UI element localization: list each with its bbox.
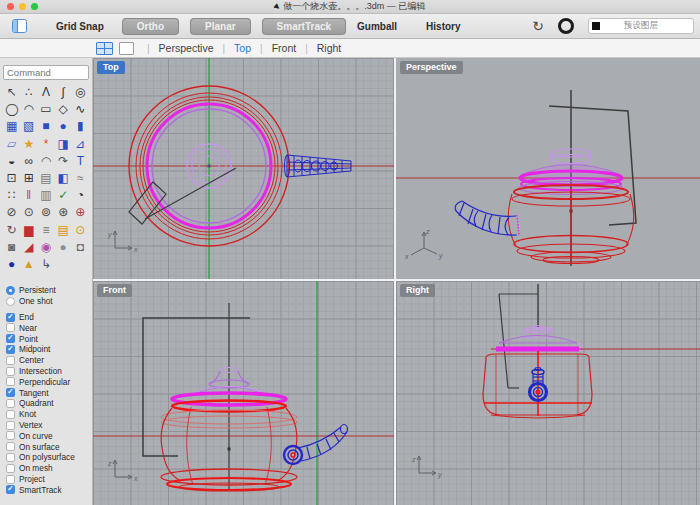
pipe-icon[interactable]: T [72,153,89,170]
copy-icon[interactable]: ▤ [37,170,54,187]
ortho-button[interactable]: Ortho [122,18,179,35]
sidebar-toggle-icon[interactable] [12,19,27,33]
record-ring-icon[interactable] [558,18,574,34]
zoom-dashed-icon[interactable]: ⊚ [37,204,54,221]
cage-icon[interactable]: ◔ [72,187,89,204]
orient-box-icon[interactable]: ◧ [55,170,72,187]
column-icon[interactable]: ‖ [20,187,37,204]
fillet-edge-icon[interactable]: ◨ [55,136,72,153]
quadrant-checkbox[interactable] [6,399,15,408]
viewport-perspective[interactable]: Perspective [396,58,700,279]
rectangle-icon[interactable]: ▭ [37,101,54,118]
extrude-icon[interactable]: ★ [20,136,37,153]
blend-curve-icon[interactable]: ↷ [55,153,72,170]
cylinder-icon[interactable]: ▮ [72,118,89,135]
tangent-checkbox[interactable]: ✓ [6,388,15,397]
near-checkbox[interactable] [6,323,15,332]
boolean-burst-icon[interactable]: * [37,136,54,153]
grid-snap-toggle[interactable]: Grid Snap [56,21,104,32]
single-viewport-icon[interactable] [119,42,134,55]
vertex-checkbox[interactable] [6,421,15,430]
layout-icon[interactable]: ▤ [55,222,72,239]
zoom-extents-icon[interactable]: ⊕ [72,204,89,221]
viewport-front[interactable]: Front [93,281,394,505]
grid-points-icon[interactable]: ∷ [3,187,20,204]
helix-icon[interactable]: ∿ [72,101,89,118]
end-checkbox[interactable]: ✓ [6,313,15,322]
knot-checkbox[interactable] [6,410,15,419]
persistent-radio[interactable] [6,286,15,295]
curve-icon[interactable]: ∫ [55,84,72,101]
lock-icon[interactable]: ◙ [3,239,20,256]
sync-icon[interactable]: ↻ [532,18,544,34]
viewport-right-canvas[interactable]: z y [396,281,700,505]
point-icon[interactable]: ∴ [20,84,37,101]
planar-button[interactable]: Planar [190,18,251,35]
render-box-icon[interactable]: ◘ [72,239,89,256]
viewport-front-canvas[interactable]: z x [93,281,394,505]
viewport-right-label[interactable]: Right [400,284,435,297]
project-checkbox[interactable] [6,475,15,484]
viewport-perspective-canvas[interactable]: z x y [396,58,700,279]
fillet-curve-icon[interactable]: ◠ [37,153,54,170]
pan-zoom-icon[interactable]: ⊘ [3,204,20,221]
viewport-front-label[interactable]: Front [97,284,132,297]
plan-view-icon[interactable]: ≡ [37,222,54,239]
render-sphere-icon[interactable]: ● [55,239,72,256]
chamfer-icon[interactable]: ⊿ [72,136,89,153]
four-viewports-icon[interactable] [96,42,113,55]
layer-indicator-field[interactable]: 预设图层 [588,18,694,34]
box-icon[interactable]: ■ [37,118,54,135]
zoom-window-icon[interactable]: ⊙ [20,204,37,221]
ellipse-icon[interactable]: ◯ [3,101,20,118]
spheres-pair-icon[interactable]: ∞ [20,153,37,170]
tab-perspective[interactable]: Perspective [159,42,214,54]
pointer-icon[interactable]: ↖ [3,84,20,101]
polyline-icon[interactable]: Λ [37,84,54,101]
spotlight-icon[interactable]: ⊙ [72,222,89,239]
on-surface-checkbox[interactable] [6,442,15,451]
sphere-icon[interactable]: ● [55,118,72,135]
arc-icon[interactable]: ◠ [20,101,37,118]
smarttrack-button[interactable]: SmartTrack [262,18,346,35]
viewport-perspective-label[interactable]: Perspective [400,61,463,74]
one-shot-radio[interactable] [6,297,15,306]
viewport-top[interactable]: Top [93,58,394,279]
zoom-target-icon[interactable]: ⊛ [55,204,72,221]
polygon-icon[interactable]: ◇ [55,101,72,118]
on-mesh-checkbox[interactable] [6,464,15,473]
viewport-top-canvas[interactable]: y x [93,58,394,279]
on-curve-checkbox[interactable] [6,431,15,440]
named-view-car-icon[interactable]: ▆ [20,222,37,239]
tab-right[interactable]: Right [317,42,342,54]
array-icon[interactable]: ⊞ [20,170,37,187]
gumball-move-icon[interactable]: ↳ [37,256,54,273]
cone-icon[interactable]: ▲ [20,256,37,273]
rotate-view-icon[interactable]: ↻ [3,222,20,239]
gumball-toggle[interactable]: Gumball [357,21,397,32]
command-input[interactable] [3,65,89,80]
loft-icon[interactable]: ▧ [20,118,37,135]
circle-icon[interactable]: ◎ [72,84,89,101]
render-wheel-icon[interactable]: ◉ [37,239,54,256]
midpoint-checkbox[interactable]: ✓ [6,345,15,354]
viewport-right[interactable]: Right [396,281,700,505]
perpendicular-checkbox[interactable] [6,377,15,386]
intersection-checkbox[interactable] [6,367,15,376]
tab-top[interactable]: Top [234,42,251,54]
surface-icon[interactable]: ▦ [3,118,20,135]
center-checkbox[interactable] [6,356,15,365]
viewport-top-label[interactable]: Top [97,61,125,74]
edit-points-icon[interactable]: ⊡ [3,170,20,187]
on-polysurface-checkbox[interactable] [6,453,15,462]
smarttrack-checkbox[interactable]: ✓ [6,485,15,494]
history-toggle[interactable]: History [426,21,460,32]
point-checkbox[interactable]: ✓ [6,334,15,343]
check-icon[interactable]: ✓ [55,187,72,204]
flow-icon[interactable]: ≈ [72,170,89,187]
tab-front[interactable]: Front [272,42,297,54]
earth-icon[interactable]: ● [3,256,20,273]
plane-surface-icon[interactable]: ▱ [3,136,20,153]
shade-icon[interactable]: ◢ [20,239,37,256]
sphere-points-icon[interactable]: ◒ [3,153,20,170]
